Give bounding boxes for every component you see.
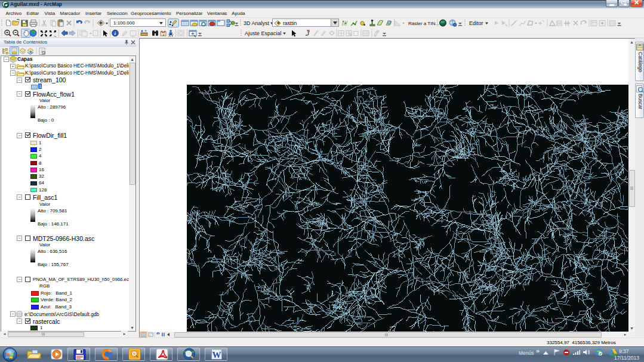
svg-text:3D Analyst: 3D Analyst: [244, 20, 270, 26]
svg-text:Ráster a TIN...: Ráster a TIN...: [408, 21, 439, 26]
svg-text:Editor: Editor: [469, 20, 483, 26]
svg-text:W: W: [212, 350, 221, 360]
svg-text:XY: XY: [168, 33, 174, 38]
svg-text:Ajuste Espacial: Ajuste Espacial: [245, 30, 282, 36]
